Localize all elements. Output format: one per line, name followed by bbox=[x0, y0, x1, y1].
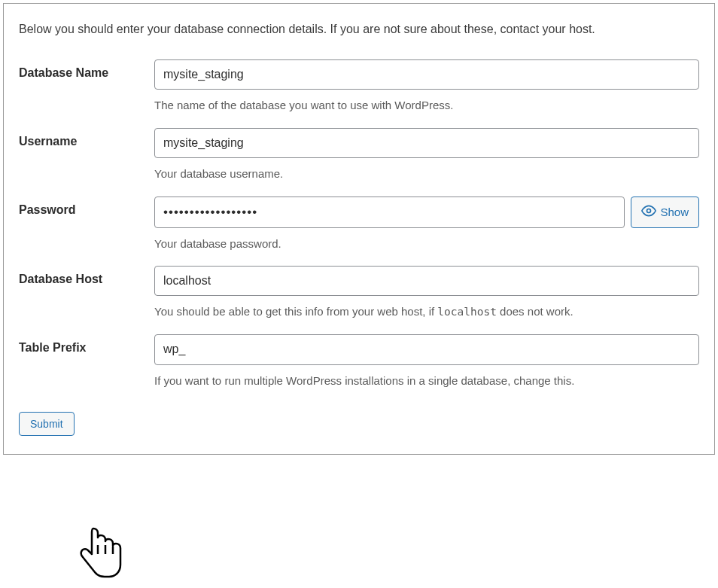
help-password: Your database password. bbox=[154, 236, 699, 253]
label-prefix: Table Prefix bbox=[19, 334, 154, 389]
svg-point-0 bbox=[647, 209, 651, 213]
show-password-label: Show bbox=[660, 206, 689, 218]
row-dbname: Database Name The name of the database y… bbox=[19, 59, 699, 114]
input-dbhost[interactable] bbox=[154, 266, 699, 296]
input-dbname[interactable] bbox=[154, 59, 699, 90]
help-username: Your database username. bbox=[154, 166, 699, 183]
row-password: Password Show Your database password. bbox=[19, 197, 699, 252]
row-prefix: Table Prefix If you want to run multiple… bbox=[19, 334, 699, 389]
show-password-button[interactable]: Show bbox=[631, 197, 699, 228]
input-prefix[interactable] bbox=[154, 334, 699, 364]
db-setup-form: Below you should enter your database con… bbox=[3, 3, 715, 455]
intro-text: Below you should enter your database con… bbox=[19, 20, 699, 38]
label-username: Username bbox=[19, 128, 154, 183]
eye-icon bbox=[641, 203, 656, 221]
label-dbhost: Database Host bbox=[19, 266, 154, 321]
help-dbname: The name of the database you want to use… bbox=[154, 97, 699, 114]
input-password[interactable] bbox=[154, 197, 625, 228]
row-dbhost: Database Host You should be able to get … bbox=[19, 266, 699, 321]
row-username: Username Your database username. bbox=[19, 128, 699, 183]
input-username[interactable] bbox=[154, 128, 699, 158]
help-prefix: If you want to run multiple WordPress in… bbox=[154, 373, 699, 390]
submit-button[interactable]: Submit bbox=[19, 412, 75, 436]
label-dbname: Database Name bbox=[19, 59, 154, 114]
help-dbhost: You should be able to get this info from… bbox=[154, 303, 699, 321]
label-password: Password bbox=[19, 197, 154, 252]
pointer-cursor-icon bbox=[75, 526, 123, 581]
